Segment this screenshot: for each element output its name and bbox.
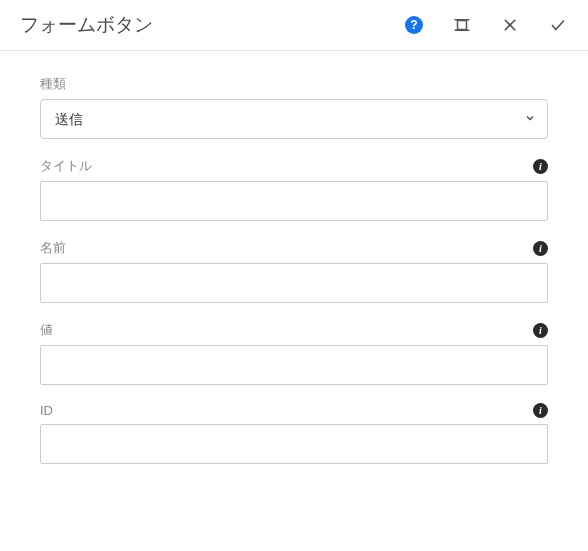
- title-input[interactable]: [40, 181, 548, 221]
- dialog-header: フォームボタン ?: [0, 0, 588, 51]
- field-value: 値 i: [40, 321, 548, 385]
- info-icon[interactable]: i: [533, 159, 548, 174]
- header-actions: ?: [404, 15, 568, 35]
- close-button[interactable]: [500, 15, 520, 35]
- dialog-content: 種類 送信 タイトル i 名前 i 値 i: [0, 51, 588, 506]
- value-label: 値: [40, 321, 53, 339]
- field-title: タイトル i: [40, 157, 548, 221]
- field-label-row: 名前 i: [40, 239, 548, 257]
- field-id: ID i: [40, 403, 548, 464]
- help-icon: ?: [405, 16, 423, 34]
- field-label-row: 値 i: [40, 321, 548, 339]
- field-label-row: 種類: [40, 75, 548, 93]
- field-type: 種類 送信: [40, 75, 548, 139]
- svg-rect-0: [458, 21, 467, 30]
- field-name: 名前 i: [40, 239, 548, 303]
- type-select[interactable]: 送信: [40, 99, 548, 139]
- info-icon[interactable]: i: [533, 323, 548, 338]
- info-icon[interactable]: i: [533, 241, 548, 256]
- name-label: 名前: [40, 239, 66, 257]
- close-icon: [501, 16, 519, 34]
- type-label: 種類: [40, 75, 66, 93]
- name-input[interactable]: [40, 263, 548, 303]
- value-input[interactable]: [40, 345, 548, 385]
- fullscreen-icon: [453, 16, 471, 34]
- confirm-button[interactable]: [548, 15, 568, 35]
- title-label: タイトル: [40, 157, 92, 175]
- id-label: ID: [40, 403, 53, 418]
- field-label-row: ID i: [40, 403, 548, 418]
- help-button[interactable]: ?: [404, 15, 424, 35]
- id-input[interactable]: [40, 424, 548, 464]
- info-icon[interactable]: i: [533, 403, 548, 418]
- type-select-wrapper: 送信: [40, 99, 548, 139]
- fullscreen-button[interactable]: [452, 15, 472, 35]
- field-label-row: タイトル i: [40, 157, 548, 175]
- check-icon: [549, 16, 567, 34]
- dialog-title: フォームボタン: [20, 12, 153, 38]
